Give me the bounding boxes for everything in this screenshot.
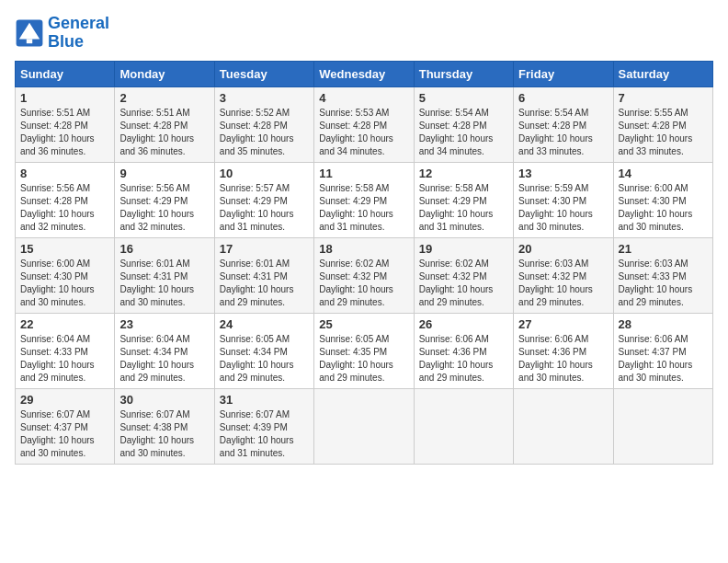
- calendar-cell: 30Sunrise: 6:07 AMSunset: 4:38 PMDayligh…: [115, 388, 214, 464]
- day-number: 10: [220, 167, 309, 180]
- day-number: 25: [319, 317, 408, 331]
- weekday-header: Wednesday: [314, 61, 414, 86]
- cell-info: Sunrise: 6:05 AMSunset: 4:35 PMDaylight:…: [319, 334, 393, 383]
- cell-info: Sunrise: 5:51 AMSunset: 4:28 PMDaylight:…: [20, 108, 95, 156]
- cell-info: Sunrise: 6:07 AMSunset: 4:39 PMDaylight:…: [220, 409, 294, 458]
- day-number: 18: [319, 242, 408, 256]
- day-number: 26: [419, 317, 508, 331]
- day-number: 28: [619, 317, 708, 331]
- calendar-cell: 26Sunrise: 6:06 AMSunset: 4:36 PMDayligh…: [414, 313, 513, 388]
- logo-icon: [15, 18, 44, 48]
- calendar-cell: [514, 388, 613, 464]
- calendar-cell: 20Sunrise: 6:03 AMSunset: 4:32 PMDayligh…: [514, 237, 613, 313]
- calendar-cell: [414, 388, 513, 464]
- day-number: 7: [619, 91, 708, 105]
- weekday-header: Monday: [115, 61, 214, 86]
- weekday-header: Thursday: [414, 61, 513, 86]
- svg-rect-2: [27, 39, 32, 43]
- cell-info: Sunrise: 6:06 AMSunset: 4:36 PMDaylight:…: [518, 334, 593, 383]
- day-number: 4: [319, 91, 408, 105]
- cell-info: Sunrise: 6:05 AMSunset: 4:34 PMDaylight:…: [220, 334, 294, 383]
- cell-info: Sunrise: 5:58 AMSunset: 4:29 PMDaylight:…: [419, 183, 494, 232]
- cell-info: Sunrise: 5:56 AMSunset: 4:29 PMDaylight:…: [119, 183, 194, 232]
- day-number: 21: [619, 242, 708, 256]
- calendar-cell: 24Sunrise: 6:05 AMSunset: 4:34 PMDayligh…: [214, 313, 313, 388]
- cell-info: Sunrise: 6:00 AMSunset: 4:30 PMDaylight:…: [619, 183, 693, 232]
- day-number: 19: [419, 242, 508, 256]
- calendar-cell: 3Sunrise: 5:52 AMSunset: 4:28 PMDaylight…: [214, 86, 313, 162]
- calendar-cell: 5Sunrise: 5:54 AMSunset: 4:28 PMDaylight…: [414, 86, 513, 162]
- cell-info: Sunrise: 6:06 AMSunset: 4:36 PMDaylight:…: [419, 334, 494, 383]
- calendar-row: 29Sunrise: 6:07 AMSunset: 4:37 PMDayligh…: [16, 388, 713, 464]
- calendar-cell: 17Sunrise: 6:01 AMSunset: 4:31 PMDayligh…: [214, 237, 313, 313]
- weekday-header: Sunday: [16, 61, 115, 86]
- cell-info: Sunrise: 6:02 AMSunset: 4:32 PMDaylight:…: [419, 259, 494, 307]
- calendar-cell: 2Sunrise: 5:51 AMSunset: 4:28 PMDaylight…: [115, 86, 214, 162]
- calendar-cell: 16Sunrise: 6:01 AMSunset: 4:31 PMDayligh…: [115, 237, 214, 313]
- calendar-cell: 14Sunrise: 6:00 AMSunset: 4:30 PMDayligh…: [613, 162, 712, 237]
- cell-info: Sunrise: 5:51 AMSunset: 4:28 PMDaylight:…: [119, 108, 194, 156]
- calendar-cell: 8Sunrise: 5:56 AMSunset: 4:28 PMDaylight…: [16, 162, 115, 237]
- calendar-cell: 27Sunrise: 6:06 AMSunset: 4:36 PMDayligh…: [514, 313, 613, 388]
- calendar-cell: 18Sunrise: 6:02 AMSunset: 4:32 PMDayligh…: [314, 237, 414, 313]
- calendar-cell: 7Sunrise: 5:55 AMSunset: 4:28 PMDaylight…: [613, 86, 712, 162]
- cell-info: Sunrise: 5:54 AMSunset: 4:28 PMDaylight:…: [419, 108, 494, 156]
- day-number: 24: [220, 317, 309, 331]
- calendar-cell: 19Sunrise: 6:02 AMSunset: 4:32 PMDayligh…: [414, 237, 513, 313]
- day-number: 29: [20, 393, 109, 407]
- day-number: 14: [619, 167, 708, 180]
- page-header: GeneralBlue: [15, 15, 713, 52]
- calendar-row: 22Sunrise: 6:04 AMSunset: 4:33 PMDayligh…: [16, 313, 713, 388]
- calendar-cell: [613, 388, 712, 464]
- calendar-cell: 6Sunrise: 5:54 AMSunset: 4:28 PMDaylight…: [514, 86, 613, 162]
- calendar-cell: 31Sunrise: 6:07 AMSunset: 4:39 PMDayligh…: [214, 388, 313, 464]
- logo-text: GeneralBlue: [48, 15, 109, 52]
- day-number: 22: [20, 317, 109, 331]
- calendar-header-row: SundayMondayTuesdayWednesdayThursdayFrid…: [16, 61, 713, 86]
- calendar-cell: 22Sunrise: 6:04 AMSunset: 4:33 PMDayligh…: [16, 313, 115, 388]
- calendar-cell: 29Sunrise: 6:07 AMSunset: 4:37 PMDayligh…: [16, 388, 115, 464]
- day-number: 31: [220, 393, 309, 407]
- cell-info: Sunrise: 5:56 AMSunset: 4:28 PMDaylight:…: [20, 183, 95, 232]
- day-number: 13: [518, 167, 608, 180]
- day-number: 1: [20, 91, 109, 105]
- day-number: 5: [419, 91, 508, 105]
- calendar-cell: 28Sunrise: 6:06 AMSunset: 4:37 PMDayligh…: [613, 313, 712, 388]
- calendar-cell: 10Sunrise: 5:57 AMSunset: 4:29 PMDayligh…: [214, 162, 313, 237]
- calendar-cell: 25Sunrise: 6:05 AMSunset: 4:35 PMDayligh…: [314, 313, 414, 388]
- cell-info: Sunrise: 6:03 AMSunset: 4:33 PMDaylight:…: [619, 259, 693, 307]
- day-number: 11: [319, 167, 408, 180]
- cell-info: Sunrise: 5:59 AMSunset: 4:30 PMDaylight:…: [518, 183, 593, 232]
- weekday-header: Tuesday: [214, 61, 313, 86]
- calendar-cell: 9Sunrise: 5:56 AMSunset: 4:29 PMDaylight…: [115, 162, 214, 237]
- calendar-cell: 23Sunrise: 6:04 AMSunset: 4:34 PMDayligh…: [115, 313, 214, 388]
- calendar-cell: 13Sunrise: 5:59 AMSunset: 4:30 PMDayligh…: [514, 162, 613, 237]
- cell-info: Sunrise: 5:53 AMSunset: 4:28 PMDaylight:…: [319, 108, 393, 156]
- calendar-row: 1Sunrise: 5:51 AMSunset: 4:28 PMDaylight…: [16, 86, 713, 162]
- day-number: 17: [220, 242, 309, 256]
- cell-info: Sunrise: 5:55 AMSunset: 4:28 PMDaylight:…: [619, 108, 693, 156]
- calendar-cell: 12Sunrise: 5:58 AMSunset: 4:29 PMDayligh…: [414, 162, 513, 237]
- cell-info: Sunrise: 6:04 AMSunset: 4:33 PMDaylight:…: [20, 334, 95, 383]
- calendar-cell: 4Sunrise: 5:53 AMSunset: 4:28 PMDaylight…: [314, 86, 414, 162]
- cell-info: Sunrise: 5:54 AMSunset: 4:28 PMDaylight:…: [518, 108, 593, 156]
- weekday-header: Friday: [514, 61, 613, 86]
- day-number: 27: [518, 317, 608, 331]
- day-number: 2: [119, 91, 209, 105]
- day-number: 20: [518, 242, 608, 256]
- cell-info: Sunrise: 5:52 AMSunset: 4:28 PMDaylight:…: [220, 108, 294, 156]
- cell-info: Sunrise: 5:58 AMSunset: 4:29 PMDaylight:…: [319, 183, 393, 232]
- day-number: 30: [119, 393, 209, 407]
- day-number: 12: [419, 167, 508, 180]
- cell-info: Sunrise: 6:00 AMSunset: 4:30 PMDaylight:…: [20, 259, 95, 307]
- cell-info: Sunrise: 6:01 AMSunset: 4:31 PMDaylight:…: [119, 259, 194, 307]
- cell-info: Sunrise: 6:01 AMSunset: 4:31 PMDaylight:…: [220, 259, 294, 307]
- cell-info: Sunrise: 6:07 AMSunset: 4:37 PMDaylight:…: [20, 409, 95, 458]
- cell-info: Sunrise: 6:06 AMSunset: 4:37 PMDaylight:…: [619, 334, 693, 383]
- cell-info: Sunrise: 6:03 AMSunset: 4:32 PMDaylight:…: [518, 259, 593, 307]
- cell-info: Sunrise: 6:07 AMSunset: 4:38 PMDaylight:…: [119, 409, 194, 458]
- cell-info: Sunrise: 6:02 AMSunset: 4:32 PMDaylight:…: [319, 259, 393, 307]
- day-number: 3: [220, 91, 309, 105]
- logo: GeneralBlue: [15, 15, 109, 52]
- calendar-row: 8Sunrise: 5:56 AMSunset: 4:28 PMDaylight…: [16, 162, 713, 237]
